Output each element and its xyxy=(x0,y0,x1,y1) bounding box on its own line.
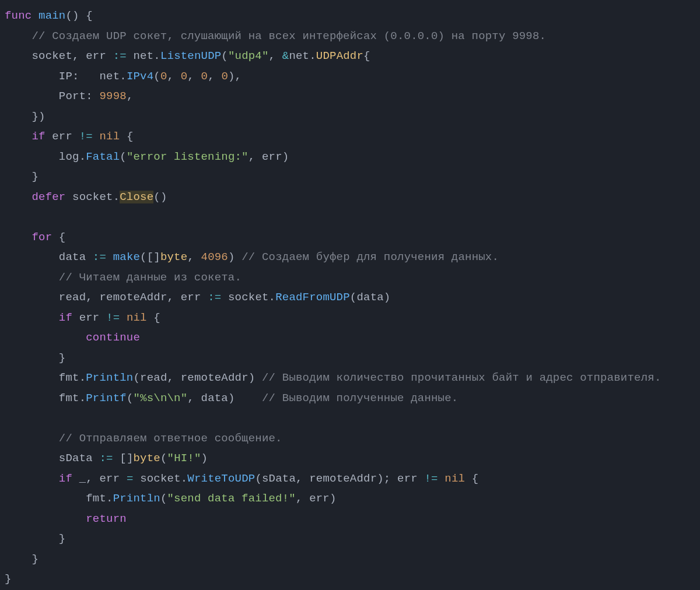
func-call: ListenUDP xyxy=(160,50,221,62)
code-line: } xyxy=(5,532,65,545)
keyword-func: func xyxy=(5,9,32,22)
code-line: continue xyxy=(5,331,140,344)
code-line: IP: net.IPv4(0, 0, 0, 0), xyxy=(5,70,242,83)
code-line: defer socket.Close() xyxy=(5,191,167,203)
ident: socket xyxy=(32,50,72,62)
code-line: Port: 9998, xyxy=(5,90,134,103)
code-line: if err != nil { xyxy=(5,130,134,143)
code-line: fmt.Println("send data failed!", err) xyxy=(5,492,337,505)
code-line: // Читаем данные из сокета. xyxy=(5,271,242,284)
code-line: } xyxy=(5,553,38,566)
code-line: } xyxy=(5,573,12,585)
code-line: read, remoteAddr, err := socket.ReadFrom… xyxy=(5,291,390,304)
code-line: fmt.Println(read, remoteAddr) // Выводим… xyxy=(5,371,661,384)
string: "udp4" xyxy=(228,50,269,62)
type: UDPAddr xyxy=(316,50,363,62)
code-line xyxy=(5,210,12,223)
code-line: sData := []byte("HI!") xyxy=(5,452,208,465)
code-line: // Отправляем ответное сообщение. xyxy=(5,432,282,445)
operator: := xyxy=(106,50,133,62)
code-line: } xyxy=(5,170,38,183)
code-line: return xyxy=(5,512,127,525)
code-line: } xyxy=(5,352,65,364)
func-main: main xyxy=(38,9,65,22)
code-line: if err != nil { xyxy=(5,311,160,324)
code-line: if _, err = socket.WriteToUDP(sData, rem… xyxy=(5,472,478,485)
code-editor[interactable]: func main() { // Создаем UDP сокет, слуш… xyxy=(0,0,700,590)
highlighted-close: Close xyxy=(120,191,153,203)
code-line: data := make([]byte, 4096) // Создаем бу… xyxy=(5,251,499,264)
comment: // Создаем UDP сокет, слушающий на всех … xyxy=(32,30,546,43)
number: 0 xyxy=(160,70,167,83)
code-line: for { xyxy=(5,231,65,244)
code-line: socket, err := net.ListenUDP("udp4", &ne… xyxy=(5,50,370,62)
code-line: }) xyxy=(5,110,46,123)
code-line: func main() { xyxy=(5,9,93,22)
code-line xyxy=(5,412,12,424)
code-line: fmt.Printf("%s\n\n", data) // Выводим по… xyxy=(5,392,458,405)
nil: nil xyxy=(99,130,120,143)
code-line: // Создаем UDP сокет, слушающий на всех … xyxy=(5,30,546,43)
punct: () { xyxy=(65,9,92,22)
code-line: log.Fatal("error listening:", err) xyxy=(5,150,289,163)
